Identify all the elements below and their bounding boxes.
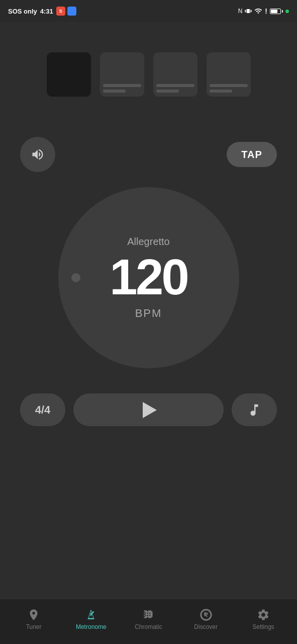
beat-line xyxy=(210,90,233,93)
sos-icon: S xyxy=(56,7,65,16)
volume-button[interactable] xyxy=(20,137,55,172)
status-left: SOS only 4:31 S xyxy=(8,7,76,16)
note-button[interactable] xyxy=(232,393,277,426)
tuner-icon xyxy=(27,608,40,621)
discover-icon xyxy=(200,608,213,621)
notification-icon xyxy=(67,7,76,16)
battery-icon xyxy=(270,9,283,14)
nav-chromatic-label: Chromatic xyxy=(135,623,162,630)
nav-settings[interactable]: Settings xyxy=(235,608,292,635)
nav-metronome-label: Metronome xyxy=(76,623,107,630)
tempo-dial[interactable]: Allegretto 120 BPM xyxy=(58,187,239,368)
play-icon xyxy=(143,402,157,418)
tap-button[interactable]: TAP xyxy=(227,142,277,167)
nav-discover[interactable]: Discover xyxy=(177,608,235,635)
play-button[interactable] xyxy=(73,393,224,426)
bpm-unit: BPM xyxy=(135,307,162,320)
status-app-icons: S xyxy=(56,7,76,16)
nav-tuner[interactable]: Tuner xyxy=(5,608,62,635)
dial-container: Allegretto 120 BPM xyxy=(0,187,297,368)
dial-indicator xyxy=(71,273,80,282)
controls-row: TAP xyxy=(0,127,297,182)
signal-warning-icon: ! xyxy=(265,7,267,15)
nav-metronome[interactable]: Metronome xyxy=(62,608,120,635)
nav-chromatic[interactable]: Chromatic xyxy=(120,608,177,635)
vibrate-icon xyxy=(245,8,252,15)
settings-icon xyxy=(257,608,270,621)
bottom-controls: 4/4 xyxy=(0,383,297,436)
time-signature-button[interactable]: 4/4 xyxy=(20,393,65,426)
beat-line xyxy=(156,84,194,87)
metronome-icon xyxy=(84,608,97,621)
beat-line xyxy=(156,90,179,93)
beat-line xyxy=(210,84,248,87)
tempo-name: Allegretto xyxy=(127,236,170,248)
nav-tuner-label: Tuner xyxy=(26,623,42,630)
time-text: 4:31 xyxy=(40,8,53,15)
nav-settings-label: Settings xyxy=(252,623,274,630)
status-bar: SOS only 4:31 S N ! xyxy=(0,0,297,22)
beat-block-4[interactable] xyxy=(207,52,251,97)
chromatic-icon xyxy=(142,608,155,621)
charging-dot xyxy=(285,10,289,13)
bottom-nav: Tuner Metronome Chromatic Discover xyxy=(0,599,297,644)
beat-block-1[interactable] xyxy=(47,52,91,97)
nav-discover-label: Discover xyxy=(194,623,218,630)
carrier-text: SOS only xyxy=(8,8,37,15)
beat-block-2[interactable] xyxy=(100,52,144,97)
bpm-value: 120 xyxy=(110,252,187,302)
status-right: N ! xyxy=(238,7,289,15)
beat-line xyxy=(103,90,126,93)
nfc-icon: N xyxy=(238,8,243,15)
wifi-icon xyxy=(254,7,262,15)
svg-point-1 xyxy=(92,611,94,612)
beat-section xyxy=(0,22,297,112)
volume-icon xyxy=(31,147,45,162)
beat-block-3[interactable] xyxy=(153,52,197,97)
beat-line xyxy=(103,84,141,87)
note-icon xyxy=(247,403,262,418)
